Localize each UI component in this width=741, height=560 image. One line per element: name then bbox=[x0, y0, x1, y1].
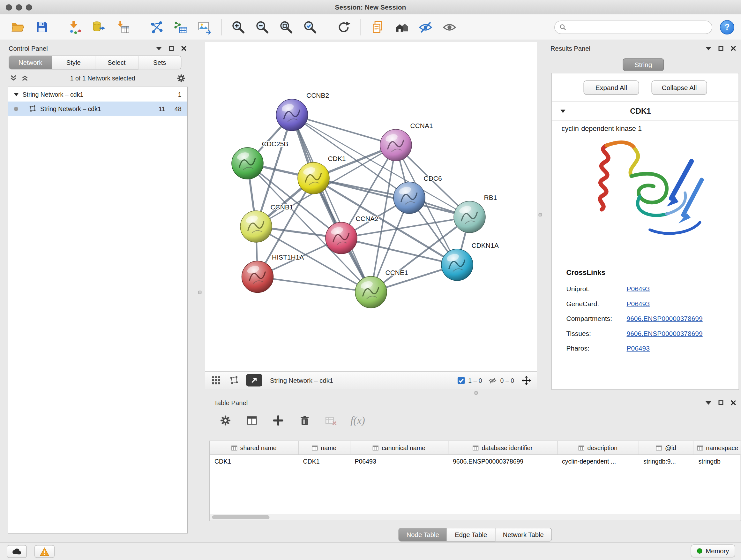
network-canvas[interactable]: CCNB2CCNA1CDC25BCDK1CDC6RB1CCNB1CCNA2CDK… bbox=[205, 42, 537, 371]
close-window-button[interactable] bbox=[6, 4, 12, 10]
table-settings-button[interactable] bbox=[219, 414, 232, 427]
zoom-fit-button[interactable] bbox=[275, 17, 297, 37]
tab-style[interactable]: Style bbox=[52, 56, 95, 70]
tab-string[interactable]: String bbox=[623, 58, 664, 71]
network-node-CDC25B[interactable] bbox=[232, 147, 263, 179]
table-cell[interactable]: P06493 bbox=[350, 455, 448, 468]
network-graph[interactable]: CCNB2CCNA1CDC25BCDK1CDC6RB1CCNB1CCNA2CDK… bbox=[205, 42, 537, 371]
section-collapse-icon[interactable] bbox=[561, 110, 565, 113]
function-builder-icon[interactable]: f(x) bbox=[350, 415, 365, 427]
crosslink-link[interactable]: P06493 bbox=[627, 300, 650, 307]
maximize-results-button[interactable] bbox=[719, 46, 724, 51]
add-column-button[interactable] bbox=[272, 414, 285, 427]
table-cell[interactable]: stringdb:9... bbox=[638, 455, 694, 468]
table-cell[interactable]: cyclin-dependent ... bbox=[557, 455, 638, 468]
warnings-button[interactable] bbox=[35, 545, 55, 558]
tab-network[interactable]: Network bbox=[9, 56, 52, 70]
zoom-window-button[interactable] bbox=[26, 4, 32, 10]
table-cell[interactable]: CDK1 bbox=[298, 455, 350, 468]
clear-table-button[interactable] bbox=[324, 414, 338, 427]
crosslink-link[interactable]: P06493 bbox=[627, 344, 650, 352]
column-header[interactable]: @id bbox=[638, 441, 694, 455]
crosslink-link[interactable]: 9606.ENSP00000378699 bbox=[627, 314, 703, 322]
pan-mode-button[interactable] bbox=[520, 374, 532, 386]
open-session-button[interactable] bbox=[7, 17, 29, 37]
home-button[interactable] bbox=[391, 17, 413, 37]
float-table-button[interactable] bbox=[705, 401, 711, 405]
column-header[interactable]: namespace bbox=[694, 441, 741, 455]
zoom-out-button[interactable] bbox=[252, 17, 273, 37]
show-columns-button[interactable] bbox=[245, 414, 259, 427]
crosslink-link[interactable]: P06493 bbox=[627, 285, 650, 293]
column-header[interactable]: name bbox=[298, 441, 350, 455]
network-node-CCNE1[interactable] bbox=[355, 276, 387, 308]
minimize-window-button[interactable] bbox=[16, 4, 22, 10]
bottom-splitter-handle[interactable] bbox=[475, 391, 478, 395]
column-header[interactable]: description bbox=[557, 441, 638, 455]
network-overview-button[interactable] bbox=[228, 374, 240, 386]
tab-edge-table[interactable]: Edge Table bbox=[447, 528, 495, 542]
column-header[interactable]: canonical name bbox=[350, 441, 448, 455]
collapse-triangle-icon[interactable] bbox=[14, 92, 19, 96]
gene-section-header[interactable]: CDK1 bbox=[552, 102, 739, 121]
scrollbar-thumb[interactable] bbox=[212, 515, 270, 519]
hide-selected-button[interactable] bbox=[414, 17, 436, 37]
import-network-file-button[interactable] bbox=[64, 17, 86, 37]
expand-all-button[interactable]: Expand All bbox=[584, 80, 639, 95]
search-input[interactable] bbox=[569, 23, 707, 31]
network-row[interactable]: String Network – cdk1 11 48 bbox=[8, 102, 187, 116]
network-edge[interactable] bbox=[341, 238, 457, 265]
zoom-in-button[interactable] bbox=[227, 17, 250, 37]
network-edge[interactable] bbox=[292, 115, 371, 292]
help-button[interactable]: ? bbox=[720, 20, 734, 34]
tab-node-table[interactable]: Node Table bbox=[398, 528, 447, 542]
close-table-button[interactable] bbox=[731, 400, 736, 406]
tab-sets[interactable]: Sets bbox=[138, 56, 182, 70]
show-all-button[interactable] bbox=[439, 17, 461, 37]
network-node-HIST1H1A[interactable] bbox=[242, 261, 273, 293]
column-header[interactable]: shared name bbox=[210, 441, 298, 455]
float-results-button[interactable] bbox=[705, 47, 711, 50]
tab-select[interactable]: Select bbox=[95, 56, 138, 70]
save-session-button[interactable] bbox=[30, 17, 53, 37]
detach-view-button[interactable] bbox=[246, 374, 262, 387]
network-node-CDC6[interactable] bbox=[394, 182, 425, 213]
network-edge[interactable] bbox=[314, 178, 470, 217]
close-results-button[interactable] bbox=[731, 46, 736, 51]
right-splitter-handle[interactable] bbox=[539, 213, 542, 217]
network-node-CDKN1A[interactable] bbox=[441, 249, 473, 281]
table-cell[interactable]: stringdb bbox=[694, 455, 741, 468]
import-network-database-button[interactable] bbox=[88, 17, 110, 37]
float-panel-button[interactable] bbox=[156, 47, 162, 50]
expand-all-icon[interactable] bbox=[21, 74, 29, 82]
zoom-selected-button[interactable] bbox=[299, 17, 321, 37]
network-node-RB1[interactable] bbox=[454, 201, 485, 233]
table-cell[interactable]: 9606.ENSP00000378699 bbox=[448, 455, 557, 468]
tab-network-table[interactable]: Network Table bbox=[495, 528, 552, 542]
gear-icon[interactable] bbox=[177, 73, 186, 83]
refresh-layout-button[interactable] bbox=[333, 17, 355, 37]
network-node-CCNA2[interactable] bbox=[326, 222, 357, 254]
network-edge[interactable] bbox=[292, 115, 396, 145]
collapse-all-button[interactable]: Collapse All bbox=[652, 80, 707, 95]
maximize-panel-button[interactable] bbox=[169, 46, 174, 51]
network-node-CCNB2[interactable] bbox=[276, 99, 308, 131]
left-splitter-handle[interactable] bbox=[198, 291, 202, 294]
copy-button[interactable] bbox=[367, 17, 389, 37]
memory-button[interactable]: Memory bbox=[691, 545, 735, 558]
table-cell[interactable]: CDK1 bbox=[210, 455, 298, 468]
network-node-CDK1[interactable] bbox=[298, 163, 329, 194]
grid-view-button[interactable] bbox=[210, 374, 222, 386]
import-table-button[interactable] bbox=[112, 17, 134, 37]
maximize-table-button[interactable] bbox=[719, 400, 724, 405]
delete-column-button[interactable] bbox=[298, 414, 311, 427]
collapse-all-icon[interactable] bbox=[10, 74, 17, 82]
export-image-button[interactable] bbox=[193, 17, 215, 37]
cloud-status-button[interactable] bbox=[7, 545, 27, 558]
network-node-CCNB1[interactable] bbox=[240, 211, 272, 242]
crosslink-link[interactable]: 9606.ENSP00000378699 bbox=[627, 329, 703, 337]
column-header[interactable]: database identifier bbox=[448, 441, 557, 455]
network-collection-row[interactable]: String Network – cdk1 1 bbox=[8, 87, 187, 102]
new-network-button[interactable] bbox=[145, 17, 167, 37]
network-edge[interactable] bbox=[258, 277, 371, 292]
